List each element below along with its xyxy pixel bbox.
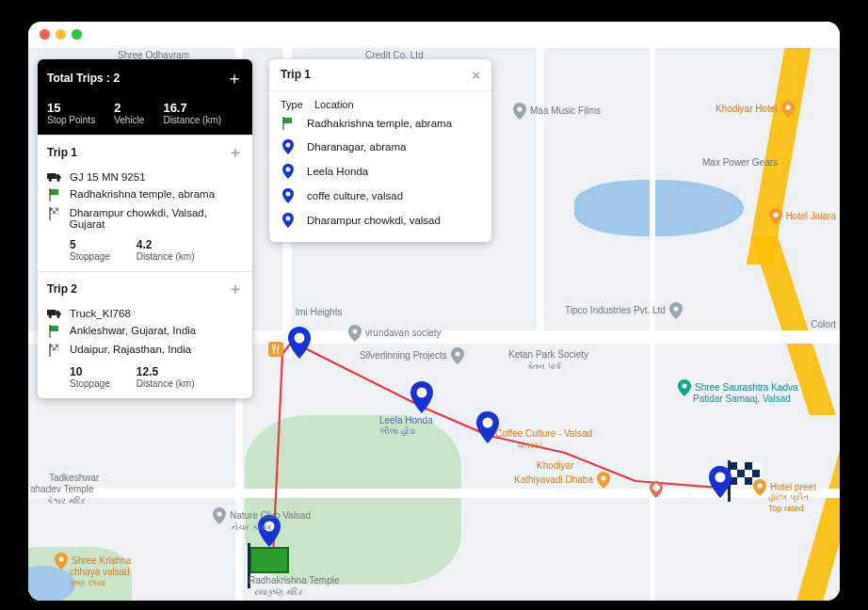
popup-row-label: Dharampur chowkdi, valsad xyxy=(307,215,441,226)
map-poi[interactable]: Hotel Jalara xyxy=(769,208,836,225)
svg-rect-36 xyxy=(47,310,56,315)
distance-label: Distance (km) xyxy=(163,115,221,125)
svg-rect-46 xyxy=(283,118,292,123)
map-label: Patidar Samaaj, Valsad xyxy=(693,393,791,404)
map-canvas[interactable]: Shree Odhavram Credit Co. Ltd Maa Music … xyxy=(28,48,840,601)
popup-row-label: Leela Honda xyxy=(307,166,368,177)
popup-row-label: Radhakrishna temple, abrama xyxy=(307,118,452,129)
summary-header: Total Trips : 2 ＋ xyxy=(38,59,252,97)
checkered-flag-icon xyxy=(47,207,62,220)
map-poi[interactable]: Coffee Culture - Valsad xyxy=(495,428,592,439)
svg-point-16 xyxy=(352,329,357,333)
distance-value: 16.7 xyxy=(163,101,221,115)
truck-icon xyxy=(47,308,62,319)
flag-icon xyxy=(281,117,296,130)
restaurant-icon[interactable] xyxy=(268,342,283,357)
map-label: Shree Odhavram xyxy=(118,50,189,60)
svg-point-15 xyxy=(673,306,678,311)
svg-point-51 xyxy=(286,216,291,220)
add-trip-button[interactable]: ＋ xyxy=(226,67,243,89)
map-label: રાધાકૃષ્ણ મંદિર xyxy=(254,587,303,598)
close-popup-button[interactable]: × xyxy=(472,67,480,83)
trip-card-1[interactable]: Trip 1 ＋ GJ 15 MN 9251 Radhakrishna temp… xyxy=(38,135,252,271)
trip-dist-value: 12.5 xyxy=(137,365,195,378)
map-poi[interactable]: Khodiyar xyxy=(537,460,573,471)
map-pin-dharanagar[interactable] xyxy=(287,327,312,359)
flag-icon xyxy=(47,188,62,201)
map-label: Tadkeshwar xyxy=(49,473,99,483)
map-poi[interactable]: Maa Music Films xyxy=(513,103,601,120)
map-poi[interactable]: Silverlinning Projects xyxy=(360,347,464,364)
map-label: Ketan Park Society xyxy=(508,349,588,360)
map-label: Top rated xyxy=(768,504,804,513)
popup-row[interactable]: Dharanagar, abrama xyxy=(269,135,491,159)
svg-point-49 xyxy=(286,167,291,171)
svg-rect-21 xyxy=(652,486,660,490)
vehicle-label: Vehicle xyxy=(114,115,144,125)
truck-icon xyxy=(47,171,62,183)
map-label: વલસાડ xyxy=(518,441,543,451)
minimize-window-dot[interactable] xyxy=(56,29,66,40)
svg-point-24 xyxy=(58,556,63,561)
trip-stops-value: 5 xyxy=(70,238,110,251)
svg-point-8 xyxy=(417,387,427,397)
start-flag-marker[interactable] xyxy=(249,547,289,573)
summary-title: Total Trips : 2 xyxy=(47,72,120,85)
svg-point-37 xyxy=(49,314,52,317)
svg-rect-3 xyxy=(737,470,745,477)
svg-rect-25 xyxy=(268,342,283,357)
water-body xyxy=(574,180,744,236)
close-window-dot[interactable] xyxy=(40,29,50,40)
map-label: Leela Honda xyxy=(379,415,433,425)
svg-point-10 xyxy=(715,472,726,482)
map-poi[interactable]: Kathiyavadi Dhaba xyxy=(514,472,610,489)
trip-card-2[interactable]: Trip 2 ＋ Truck_KI768 Ankleshwar, Gujarat… xyxy=(38,271,252,398)
svg-point-28 xyxy=(56,178,59,181)
pin-icon xyxy=(281,213,296,228)
expand-trip-button[interactable]: ＋ xyxy=(228,280,243,299)
popup-row[interactable]: Leela Honda xyxy=(269,159,491,184)
trip-vehicle: Truck_KI768 xyxy=(70,308,131,319)
trip-end: Dharampur chowkdi, Valsad, Gujarat xyxy=(70,207,243,230)
window-titlebar xyxy=(28,22,840,48)
map-pin-leela-honda[interactable] xyxy=(410,381,434,413)
svg-rect-4 xyxy=(752,470,760,477)
pin-icon xyxy=(281,164,296,179)
trip-vehicle: GJ 15 MN 9251 xyxy=(70,171,146,183)
popup-title: Trip 1 xyxy=(281,68,311,81)
popup-row[interactable]: Dharampur chowkdi, valsad xyxy=(269,208,491,233)
svg-rect-2 xyxy=(745,462,752,470)
svg-point-7 xyxy=(295,332,305,343)
svg-rect-39 xyxy=(50,326,58,331)
map-label: નેચર ક્લબ xyxy=(232,522,271,533)
svg-rect-43 xyxy=(56,345,58,347)
map-poi[interactable]: Khodiyar Hotel xyxy=(715,101,795,118)
expand-trip-button[interactable]: ＋ xyxy=(228,143,243,163)
popup-row-label: Dharanagar, abrama xyxy=(307,141,406,152)
map-label: Colort xyxy=(811,319,836,329)
maximize-window-dot[interactable] xyxy=(72,29,82,40)
map-poi-hospital[interactable] xyxy=(650,481,663,498)
trip-end: Udaipur, Rajasthan, India xyxy=(70,344,191,355)
map-poi[interactable]: Tipco Industries Pvt. Ltd xyxy=(565,302,683,319)
popup-row[interactable]: Radhakrishna temple, abrama xyxy=(269,112,491,135)
road xyxy=(537,48,544,340)
flag-icon xyxy=(47,325,62,338)
map-label: લીલા હોંડા xyxy=(380,426,415,437)
svg-point-14 xyxy=(773,212,778,217)
checkered-flag-icon xyxy=(47,344,62,357)
pin-icon xyxy=(281,188,296,203)
trip-dist-label: Distance (km) xyxy=(137,251,195,262)
trip-stops-label: Stoppage xyxy=(70,378,110,389)
trip-stops-label: Stoppage xyxy=(70,251,110,262)
map-pin-dharampur[interactable] xyxy=(708,466,732,498)
map-poi[interactable]: vrundavan society xyxy=(348,325,442,342)
svg-point-18 xyxy=(682,383,686,388)
svg-rect-33 xyxy=(56,208,58,211)
summary-stats: 15Stop Points 2Vehicle 16.7Distance (km) xyxy=(38,97,252,135)
svg-point-23 xyxy=(217,511,221,516)
popup-row[interactable]: coffe culture, valsad xyxy=(269,184,491,208)
trip-stops-value: 10 xyxy=(70,365,110,378)
popup-row-label: coffe culture, valsad xyxy=(307,190,403,201)
trip-title: Trip 2 xyxy=(47,282,77,296)
